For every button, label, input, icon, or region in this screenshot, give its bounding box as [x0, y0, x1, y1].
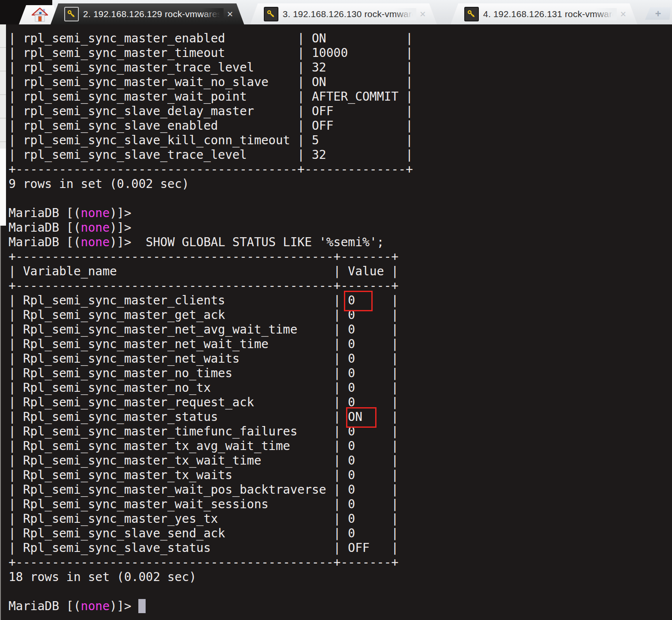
terminal-text: | Rpl_semi_sync_master_tx_waits | 0 |	[9, 468, 398, 482]
terminal-text: | rpl_semi_sync_master_trace_level | 32 …	[9, 60, 413, 75]
red-highlight-box: ON	[348, 410, 362, 424]
tab-title-wrap: 4. 192.168.126.131 rock-vmwarestatio	[483, 8, 617, 20]
terminal-text: | Rpl_semi_sync_master_tx_avg_wait_time …	[9, 439, 398, 453]
terminal-line	[9, 191, 413, 206]
terminal-text: | Rpl_semi_sync_master_request_ack | 0 |	[9, 395, 398, 409]
terminal-text: +---------------------------------------…	[9, 162, 413, 176]
app-window: 3. 192.168.126.130 rock-vmwarestatio × 4…	[0, 0, 672, 620]
terminal-line: | rpl_semi_sync_master_timeout | 10000 |	[9, 46, 413, 60]
terminal-line: +---------------------------------------…	[9, 162, 413, 177]
tab-title-wrap: 2. 192.168.126.129 rock-vmwarestati	[83, 8, 224, 20]
terminal-line: | Rpl_semi_sync_master_net_waits | 0 |	[9, 352, 413, 366]
terminal-line: | Rpl_semi_sync_master_net_wait_time | 0…	[9, 337, 413, 352]
terminal-text: | Rpl_semi_sync_master_net_wait_time | 0…	[9, 337, 398, 351]
terminal-text: | Rpl_semi_sync_master_timefunc_failures…	[9, 424, 398, 438]
terminal-line: 9 rows in set (0.002 sec)	[9, 177, 413, 191]
terminal-text: | rpl_semi_sync_master_enabled | ON |	[9, 31, 413, 45]
terminal-text: | Variable_name | Value |	[9, 264, 398, 278]
terminal-text: MariaDB [(	[9, 206, 81, 220]
terminal-text: | Rpl_semi_sync_master_no_tx | 0 |	[9, 381, 398, 395]
terminal-text: | Rpl_semi_sync_master_clients |	[9, 293, 348, 307]
terminal-text: | rpl_semi_sync_master_timeout | 10000 |	[9, 46, 413, 60]
terminal-line: | Rpl_semi_sync_master_wait_pos_backtrav…	[9, 483, 413, 497]
terminal-text: | Rpl_semi_sync_master_net_waits | 0 |	[9, 352, 398, 366]
terminal-line: | rpl_semi_sync_master_enabled | ON |	[9, 31, 413, 46]
terminal-text: )]>	[110, 221, 138, 235]
terminal-line: +---------------------------------------…	[9, 555, 413, 570]
terminal-line: | rpl_semi_sync_master_wait_no_slave | O…	[9, 75, 413, 89]
terminal-text: +---------------------------------------…	[9, 279, 398, 293]
terminal-line: | Rpl_semi_sync_master_wait_sessions | 0…	[9, 497, 413, 512]
terminal-text: | Rpl_semi_sync_master_wait_sessions | 0…	[9, 497, 398, 511]
terminal-line: | Rpl_semi_sync_master_no_tx | 0 |	[9, 381, 413, 395]
terminal-line: | rpl_semi_sync_slave_delay_master | OFF…	[9, 104, 413, 119]
terminal-line: | Rpl_semi_sync_master_net_avg_wait_time…	[9, 322, 413, 337]
terminal-text: )]>	[110, 599, 138, 613]
terminal-line: 18 rows in set (0.002 sec)	[9, 570, 413, 584]
terminal-line: | Rpl_semi_sync_slave_send_ack | 0 |	[9, 526, 413, 541]
key-icon	[264, 7, 278, 21]
plus-icon: +	[655, 9, 661, 19]
terminal-text: +---------------------------------------…	[9, 555, 398, 569]
prompt-schema-name: none	[81, 221, 110, 235]
terminal-line: | Rpl_semi_sync_slave_status | OFF |	[9, 541, 413, 555]
terminal-line: | rpl_semi_sync_slave_enabled | OFF |	[9, 119, 413, 133]
tab-bar: 3. 192.168.126.130 rock-vmwarestatio × 4…	[0, 0, 672, 24]
tab-title-wrap: 3. 192.168.126.130 rock-vmwarestatio	[283, 8, 416, 20]
terminal-text: MariaDB [(	[9, 221, 81, 235]
terminal-text: MariaDB [(	[9, 235, 81, 249]
terminal-text: MariaDB [(	[9, 599, 81, 613]
tab-session-2-active[interactable]: 2. 192.168.126.129 rock-vmwarestati ×	[51, 3, 244, 24]
terminal-text: | Rpl_semi_sync_master_tx_wait_time | 0 …	[9, 453, 398, 468]
terminal-line: | rpl_semi_sync_master_trace_level | 32 …	[9, 60, 413, 75]
terminal-line: MariaDB [(none)]> SHOW GLOBAL STATUS LIK…	[9, 235, 413, 250]
terminal-line: | Rpl_semi_sync_master_status | ON |	[9, 410, 413, 424]
terminal-line: | Rpl_semi_sync_master_no_times | 0 |	[9, 366, 413, 381]
terminal-text: | Rpl_semi_sync_master_net_avg_wait_time…	[9, 322, 398, 337]
tab-session-4[interactable]: 4. 192.168.126.131 rock-vmwarestatio ×	[451, 3, 637, 24]
terminal-text: | Rpl_semi_sync_slave_status | OFF |	[9, 541, 398, 555]
key-icon	[64, 7, 79, 21]
terminal-line: | Variable_name | Value |	[9, 264, 413, 279]
terminal-cursor	[138, 599, 146, 613]
red-highlight-box: 0	[348, 293, 355, 307]
terminal-text: | rpl_semi_sync_master_wait_point | AFTE…	[9, 89, 413, 104]
terminal-line: | Rpl_semi_sync_master_tx_avg_wait_time …	[9, 439, 413, 453]
tab-close-button[interactable]: ×	[227, 9, 233, 19]
terminal-text: | Rpl_semi_sync_slave_send_ack | 0 |	[9, 526, 398, 540]
prompt-schema-name: none	[81, 206, 110, 220]
terminal-text: | Rpl_semi_sync_master_status |	[9, 410, 348, 424]
terminal-text: 18 rows in set (0.002 sec)	[9, 570, 196, 584]
terminal-line: | rpl_semi_sync_master_wait_point | AFTE…	[9, 89, 413, 104]
terminal-text: | rpl_semi_sync_slave_trace_level | 32 |	[9, 148, 413, 162]
terminal-screen[interactable]: | rpl_semi_sync_master_enabled | ON || r…	[0, 24, 672, 620]
key-icon	[464, 7, 479, 21]
terminal-line: | Rpl_semi_sync_master_clients | 0 |	[9, 293, 413, 308]
terminal-line	[9, 584, 413, 599]
terminal-text: | rpl_semi_sync_slave_delay_master | OFF…	[9, 104, 413, 118]
terminal-line: MariaDB [(none)]>	[9, 206, 413, 221]
new-tab-button[interactable]: +	[645, 7, 671, 20]
terminal-text: 9 rows in set (0.002 sec)	[9, 177, 189, 191]
tab-title-fade	[594, 8, 617, 20]
terminal-line: | rpl_semi_sync_slave_trace_level | 32 |	[9, 148, 413, 162]
terminal-text: | Rpl_semi_sync_master_get_ack | 0 |	[9, 308, 398, 322]
tab-title-fade	[394, 8, 416, 20]
terminal-text: | Rpl_semi_sync_master_yes_tx | 0 |	[9, 512, 398, 526]
terminal-text: | Rpl_semi_sync_master_wait_pos_backtrav…	[9, 483, 398, 497]
terminal-line: | Rpl_semi_sync_master_tx_waits | 0 |	[9, 468, 413, 483]
terminal-line: | Rpl_semi_sync_master_tx_wait_time | 0 …	[9, 453, 413, 468]
tab-session-3[interactable]: 3. 192.168.126.130 rock-vmwarestatio ×	[250, 3, 437, 24]
terminal-line: | rpl_semi_sync_slave_kill_conn_timeout …	[9, 133, 413, 148]
terminal-text: | rpl_semi_sync_slave_enabled | OFF |	[9, 119, 413, 133]
tab-close-button[interactable]: ×	[620, 9, 626, 19]
tab-close-button[interactable]: ×	[420, 9, 426, 19]
terminal-line: MariaDB [(none)]>	[9, 221, 413, 235]
prompt-schema-name: none	[81, 235, 110, 249]
terminal-line: | Rpl_semi_sync_master_yes_tx | 0 |	[9, 512, 413, 526]
terminal-line: MariaDB [(none)]>	[9, 599, 413, 614]
terminal-text: | rpl_semi_sync_master_wait_no_slave | O…	[9, 75, 413, 89]
home-icon	[32, 8, 48, 22]
terminal-text: )]> SHOW GLOBAL STATUS LIKE '%semi%';	[110, 235, 384, 249]
terminal-text: | rpl_semi_sync_slave_kill_conn_timeout …	[9, 133, 413, 147]
